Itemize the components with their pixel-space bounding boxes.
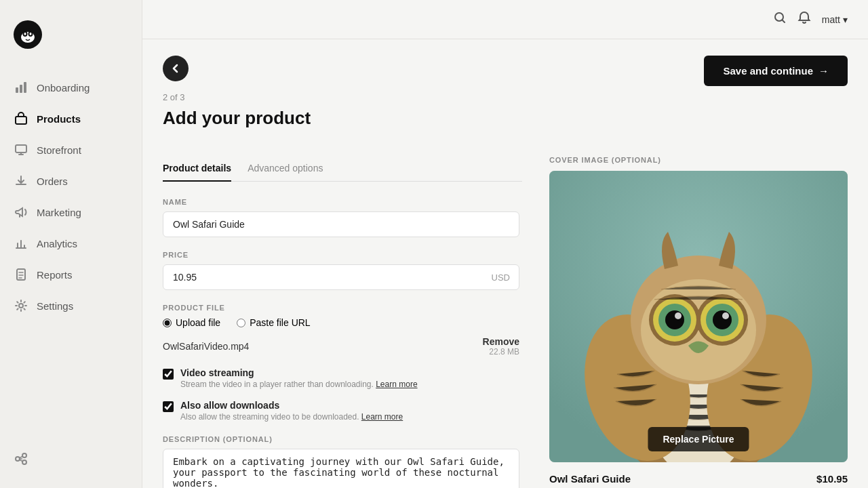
price-input[interactable] (163, 264, 519, 290)
svg-rect-6 (16, 87, 18, 93)
tab-bar: Product details Advanced options (163, 156, 522, 182)
sidebar-item-reports[interactable]: Reports (0, 259, 142, 290)
description-textarea[interactable]: Embark on a captivating journey with our… (163, 449, 519, 488)
svg-point-16 (775, 13, 783, 21)
preview-product-name: Owl Safari Guide (549, 473, 631, 485)
sidebar-item-affiliate[interactable] (0, 443, 142, 474)
form-panel: Product details Advanced options NAME PR… (163, 156, 522, 468)
sidebar-item-storefront-label: Storefront (37, 144, 81, 156)
username-label: matt (822, 14, 840, 25)
topbar: matt ▾ (142, 0, 868, 39)
megaphone-icon (14, 205, 28, 220)
step-label: 2 of 3 (163, 92, 311, 102)
sidebar-item-products[interactable]: Products (0, 103, 142, 134)
name-field-label: NAME (163, 198, 519, 206)
svg-point-33 (722, 312, 729, 319)
svg-point-32 (675, 312, 682, 319)
title-area: 2 of 3 Add your product (163, 56, 311, 142)
price-field-label: PRICE (163, 251, 519, 259)
svg-point-30 (665, 310, 684, 329)
bell-icon[interactable] (797, 11, 811, 28)
file-remove-button[interactable]: Remove (483, 336, 519, 347)
radio-paste-input[interactable] (237, 319, 245, 327)
file-icon (14, 267, 28, 282)
allow-downloads-option: Also allow downloads Also allow the stre… (163, 400, 519, 422)
video-streaming-option: Video streaming Stream the video in a pl… (163, 367, 519, 389)
description-field-group: DESCRIPTION (OPTIONAL) Embark on a capti… (163, 435, 519, 488)
sidebar: Onboarding Products Storefront Orders Ma… (0, 0, 142, 488)
svg-point-31 (713, 310, 732, 329)
video-streaming-label: Video streaming (180, 367, 418, 378)
svg-point-12 (19, 304, 23, 308)
user-menu[interactable]: matt ▾ (822, 14, 848, 25)
name-input[interactable] (163, 211, 519, 237)
svg-point-14 (22, 453, 26, 458)
save-continue-button[interactable]: Save and continue → (704, 56, 848, 86)
file-info-row: OwlSafariVideo.mp4 Remove 22.8 MB (163, 336, 519, 357)
chart-icon (14, 80, 28, 95)
cover-panel: COVER IMAGE (OPTIONAL) (549, 156, 848, 468)
sidebar-item-orders-label: Orders (37, 176, 68, 187)
content-area: Product details Advanced options NAME PR… (142, 142, 868, 488)
svg-point-15 (22, 460, 26, 464)
cover-image-label: COVER IMAGE (OPTIONAL) (549, 156, 848, 164)
svg-point-4 (24, 33, 26, 35)
product-file-field-group: PRODUCT FILE Upload file Paste file URL (163, 304, 519, 422)
app-logo (0, 14, 56, 72)
allow-downloads-learn-more[interactable]: Learn more (361, 412, 403, 422)
svg-rect-9 (16, 117, 26, 124)
sidebar-item-marketing[interactable]: Marketing (0, 197, 142, 228)
form-scroll-area: NAME PRICE USD PRODUCT FILE (163, 198, 522, 488)
file-size-label: 22.8 MB (483, 347, 519, 357)
currency-label: USD (492, 272, 510, 283)
sidebar-item-settings[interactable]: Settings (0, 290, 142, 321)
price-field-group: PRICE USD (163, 251, 519, 290)
video-streaming-learn-more[interactable]: Learn more (376, 380, 417, 389)
sidebar-item-orders[interactable]: Orders (0, 165, 142, 197)
allow-downloads-desc: Also allow the streaming video to be dow… (180, 412, 403, 422)
download-icon (14, 174, 28, 188)
save-continue-label: Save and continue (723, 65, 813, 77)
sidebar-item-storefront[interactable]: Storefront (0, 134, 142, 165)
svg-point-13 (16, 457, 20, 461)
svg-rect-7 (20, 85, 22, 93)
video-streaming-checkbox[interactable] (163, 369, 174, 380)
box-icon (14, 111, 28, 126)
sidebar-item-analytics[interactable]: Analytics (0, 228, 142, 259)
svg-rect-8 (24, 82, 26, 93)
back-button[interactable] (163, 56, 189, 81)
sidebar-item-products-label: Products (37, 113, 81, 125)
radio-paste-option[interactable]: Paste file URL (237, 317, 310, 328)
gear-icon (14, 298, 28, 313)
sidebar-item-onboarding-label: Onboarding (37, 82, 90, 94)
sidebar-item-onboarding[interactable]: Onboarding (0, 72, 142, 103)
product-file-label: PRODUCT FILE (163, 304, 519, 312)
radio-upload-input[interactable] (163, 319, 172, 327)
file-type-radio-group: Upload file Paste file URL (163, 317, 519, 328)
tab-advanced-options[interactable]: Advanced options (248, 156, 323, 182)
allow-downloads-checkbox[interactable] (163, 401, 174, 412)
bar-icon (14, 236, 28, 251)
sidebar-item-settings-label: Settings (37, 300, 73, 312)
monitor-icon (14, 142, 28, 157)
file-name-label: OwlSafariVideo.mp4 (163, 341, 249, 352)
search-icon[interactable] (773, 11, 787, 28)
sidebar-item-marketing-label: Marketing (37, 207, 81, 218)
top-section: 2 of 3 Add your product Save and continu… (142, 39, 868, 142)
sidebar-item-reports-label: Reports (37, 269, 73, 281)
radio-upload-label: Upload file (176, 317, 220, 328)
affiliate-icon (14, 451, 28, 466)
replace-picture-button[interactable]: Replace Picture (648, 427, 749, 451)
tab-product-details[interactable]: Product details (163, 156, 231, 182)
sidebar-item-analytics-label: Analytics (37, 238, 77, 249)
svg-point-5 (30, 33, 32, 35)
video-streaming-text: Video streaming Stream the video in a pl… (180, 367, 418, 389)
preview-product-price: $10.95 (816, 473, 848, 485)
product-preview-header: Owl Safari Guide $10.95 (549, 473, 848, 485)
radio-paste-label: Paste file URL (250, 317, 310, 328)
allow-downloads-label: Also allow downloads (180, 400, 403, 411)
main-content: matt ▾ 2 of 3 Add your product Save and … (142, 0, 868, 488)
video-streaming-desc: Stream the video in a player rather than… (180, 380, 418, 389)
radio-upload-option[interactable]: Upload file (163, 317, 220, 328)
svg-rect-10 (16, 145, 26, 152)
